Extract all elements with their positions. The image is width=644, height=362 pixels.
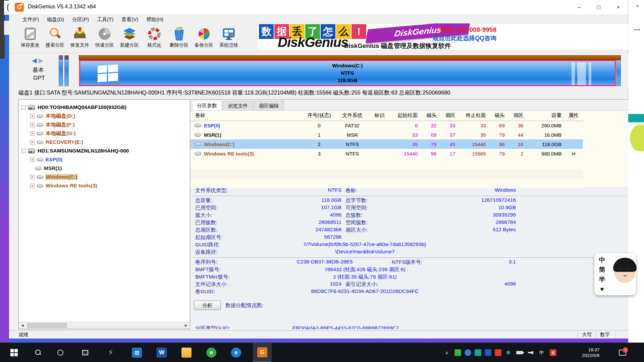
status-numlock: 数字	[600, 331, 610, 338]
partition-icon	[195, 133, 201, 137]
taskbar-app-lightning[interactable]: ⚡	[103, 343, 119, 362]
ad-qq-link[interactable]: 或点击此处选择QQ咨询	[433, 34, 496, 42]
tree-horizontal-scrollbar[interactable]: ◄ ►	[19, 322, 190, 329]
cartoon-face	[612, 258, 638, 286]
menu-file[interactable]: 文件(F)	[18, 16, 43, 23]
notification-badge: 2	[623, 347, 628, 353]
taskbar-search-button[interactable]	[31, 343, 46, 362]
background-menu-icon[interactable]: ⋯	[634, 26, 640, 34]
tab-partition-params[interactable]: 分区参数	[192, 100, 222, 110]
next-disk-arrow[interactable]: ▶	[39, 57, 44, 64]
taskbar-file-explorer[interactable]	[178, 343, 195, 362]
tray-icon-qq[interactable]	[484, 343, 492, 362]
expand-box-icon[interactable]: +	[30, 123, 35, 127]
taskbar-clock[interactable]: 18:372022/5/9	[572, 343, 609, 362]
taskbar-app-store[interactable]: ⊞	[129, 343, 145, 362]
task-view-icon	[82, 350, 88, 355]
minimize-button[interactable]: –	[570, 0, 589, 14]
table-row-windows-re[interactable]: Windows RE tools(3) 3NTFS 154409617 1556…	[191, 149, 583, 158]
ad-banner[interactable]: 数 据 丢 了 怎 么 ! DiskGenius DiskGenius 致电: …	[257, 23, 628, 50]
maximize-button[interactable]: □	[589, 0, 608, 14]
expand-box-icon[interactable]: -	[21, 105, 26, 110]
taskbar-app-edge[interactable]: e	[228, 343, 244, 362]
partition-windows-c[interactable]: Windows(C:) NTFS 118.0GB	[79, 60, 616, 86]
start-button[interactable]	[5, 343, 23, 362]
tray-volume[interactable]	[526, 343, 535, 362]
menu-disk[interactable]: 磁盘(D)	[43, 16, 68, 23]
partition-graph: Windows(C:) NTFS 118.0GB	[57, 55, 621, 87]
partition-type-guid-line: 分区类型GUID: EBD0A0A2-B9E5-4433-87C0-68B6B7…	[195, 325, 399, 329]
format-button[interactable]: 格式化	[142, 26, 167, 53]
tray-ime-indicator[interactable]: 中	[537, 343, 547, 362]
ime-status-sticker[interactable]: 中 简 半 ♥	[594, 253, 636, 295]
tray-icon-snowflake[interactable]: ❄	[504, 343, 513, 362]
volume-details: 文件系统类型:NTFS卷标:Windows 总容量:118.0GB总字节数:12…	[191, 187, 628, 296]
tree-item-windows-c[interactable]: +Windows(C:)	[19, 173, 190, 181]
search-partition-button[interactable]: 搜索分区	[43, 26, 67, 53]
partition-table: 卷标 序号(状态) 文件系统 标识 起始柱面 磁头 扇区 终止柱面 磁头 扇区 …	[191, 111, 583, 158]
partition-sliver-msr[interactable]	[64, 55, 69, 86]
menu-partition[interactable]: 分区(P)	[68, 16, 93, 23]
analyze-button[interactable]: 分析	[194, 301, 221, 310]
tray-icon-blue-circle[interactable]	[464, 343, 472, 362]
tray-sogou[interactable]: S	[548, 343, 558, 362]
ad-tile: 数	[259, 24, 274, 39]
quick-partition-button[interactable]: 快速分区	[92, 26, 117, 53]
table-row-windows-c[interactable]: Windows(C:) 2NTFS 357945 154409616 118.0…	[191, 139, 583, 149]
scroll-left-arrow[interactable]: ◄	[19, 322, 26, 329]
notification-center-button[interactable]: 2	[616, 343, 629, 362]
menu-tools[interactable]: 工具(T)	[93, 16, 117, 23]
taskbar-app-diskgenius-active[interactable]: G	[253, 343, 272, 362]
expand-box-icon[interactable]: +	[30, 140, 35, 144]
cortana-button[interactable]	[53, 343, 68, 362]
background-close-icon[interactable]: ×	[636, 3, 639, 10]
system-migration-button[interactable]: 系统迁移	[216, 26, 241, 53]
new-partition-button[interactable]: 新建分区	[117, 26, 142, 53]
scrollbar-thumb[interactable]	[27, 323, 67, 328]
tree-item-local-d[interactable]: +本地磁盘(D:)	[19, 112, 190, 120]
partition-sliver-retools[interactable]	[616, 60, 621, 86]
expand-box-icon[interactable]: +	[30, 184, 35, 188]
tab-sector-edit[interactable]: 扇区编辑	[254, 101, 284, 110]
menu-help[interactable]: 帮助(H)	[142, 16, 167, 23]
menu-view[interactable]: 查看(V)	[117, 16, 142, 23]
expand-box-icon[interactable]: +	[30, 158, 35, 162]
prev-disk-arrow[interactable]: ◀	[32, 57, 37, 64]
recover-files-button[interactable]: 恢复文件	[67, 26, 92, 53]
table-row-msr[interactable]: MSR(1) 1MSR 336937 357944 16.0MB	[191, 130, 583, 139]
expand-box-icon[interactable]: -	[21, 149, 26, 153]
tree-item-msr[interactable]: MSR(1)	[19, 164, 190, 173]
ad-logo-text: DiskGenius	[278, 35, 348, 50]
disk-tree-panel: -HD0:TOSHIBAMQ04ABF100(932GB) +本地磁盘(D:) …	[18, 99, 190, 329]
tray-show-hidden-icons[interactable]: ∧	[442, 343, 451, 362]
tree-item-local-g[interactable]: +本地磁盘(G:)	[19, 129, 190, 138]
tray-icon-red[interactable]	[494, 343, 502, 362]
tray-battery[interactable]	[515, 343, 525, 362]
backup-partition-button[interactable]: 备份分区	[192, 26, 216, 53]
partition-icon	[37, 123, 43, 127]
scroll-right-arrow[interactable]: ►	[182, 322, 190, 329]
tree-item-esp[interactable]: +ESP(0)	[19, 155, 190, 164]
tray-icon-green[interactable]	[453, 343, 462, 362]
tree-item-hd0[interactable]: -HD0:TOSHIBAMQ04ABF100(932GB)	[19, 103, 190, 112]
tree-item-recovery-e[interactable]: +RECOVERY(E:)	[19, 138, 190, 146]
tab-browse-files[interactable]: 浏览文件	[223, 101, 253, 110]
close-button[interactable]: ×	[608, 0, 628, 14]
tree-item-hd1[interactable]: -HD1:SAMSUNGMZNLN128HAHQ-000	[19, 146, 190, 155]
delete-partition-button[interactable]: 删除分区	[167, 26, 192, 53]
partition-sliver-esp[interactable]	[59, 55, 63, 86]
taskbar-app-word[interactable]: W	[154, 343, 170, 362]
expand-box-icon[interactable]: +	[30, 131, 35, 136]
tree-item-windows-re[interactable]: +Windows RE tools(3)	[19, 181, 190, 190]
task-view-button[interactable]	[78, 343, 93, 362]
tree-item-local-f[interactable]: +本地磁盘(F:)	[19, 120, 190, 129]
cortana-icon	[57, 350, 63, 356]
expand-box-icon[interactable]: +	[30, 175, 35, 179]
partition-icon	[195, 124, 201, 127]
table-row-esp[interactable]: ESP(0) 0FAT32 03233 336936 260.0MB	[191, 121, 583, 130]
save-changes-button[interactable]: 保存更改	[18, 26, 43, 53]
taskbar-app-browser-green[interactable]: e	[203, 343, 219, 362]
tray-icon-teal[interactable]	[474, 343, 482, 362]
expand-box-icon[interactable]: +	[30, 114, 35, 118]
partition-detail-panel: 分区参数 浏览文件 扇区编辑 卷标 序号(状态) 文件系统 标识 起始柱面 磁头…	[191, 99, 628, 329]
